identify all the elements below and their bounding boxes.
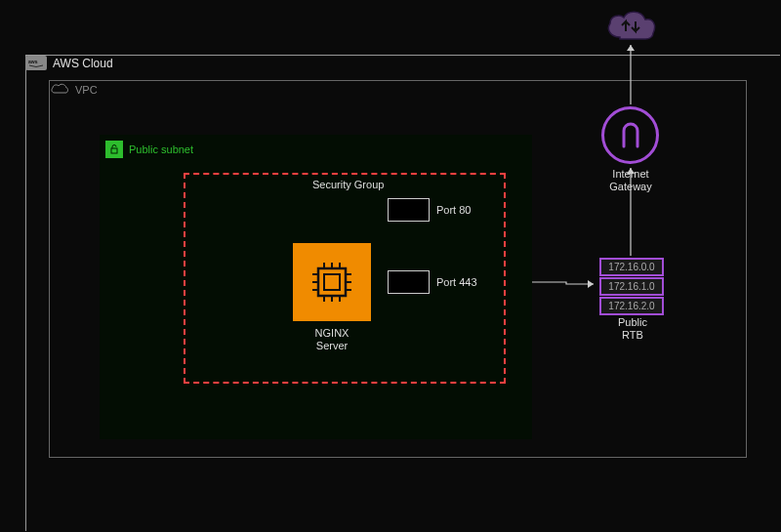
svg-marker-16 (588, 280, 594, 288)
connector-lines (0, 0, 781, 532)
svg-marker-17 (627, 168, 635, 174)
svg-marker-18 (627, 45, 635, 51)
